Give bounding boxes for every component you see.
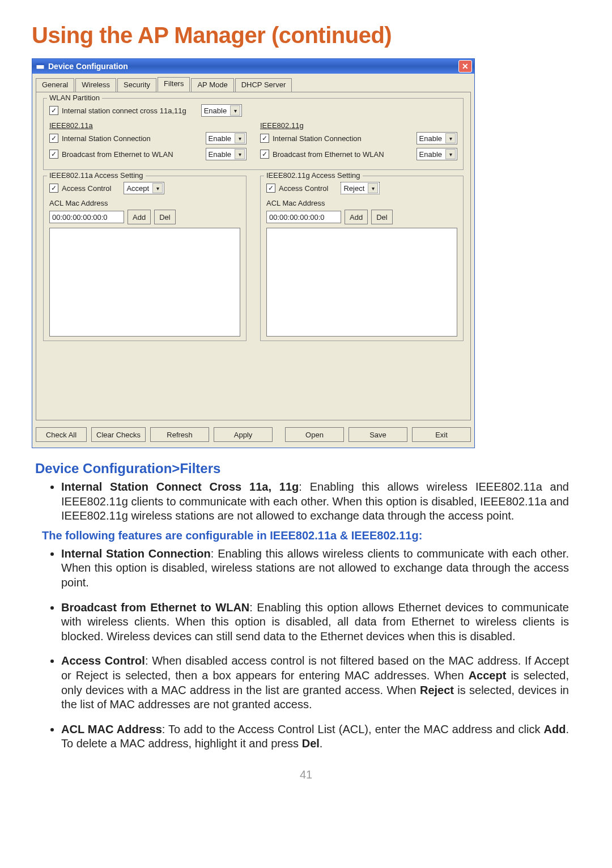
bullet-isc: Internal Station Connection: Enabling th… bbox=[61, 547, 569, 590]
ieee11a-acl-label: ACL Mac Address bbox=[49, 199, 240, 207]
ieee11a-bcast-select[interactable]: Enable▾ bbox=[206, 148, 246, 160]
chevron-down-icon: ▾ bbox=[152, 183, 163, 193]
ieee11g-acl-list[interactable] bbox=[266, 228, 457, 337]
ieee11a-heading: IEEE802.11a bbox=[49, 121, 246, 130]
ieee11g-isc-label: Internal Station Connection bbox=[273, 134, 413, 143]
ieee11g-bcast-select[interactable]: Enable▾ bbox=[416, 148, 457, 160]
ieee11a-acl-input[interactable]: 00:00:00:00:00:0 bbox=[49, 211, 124, 223]
wlan-partition-group: WLAN Partition ✓ Internal station connec… bbox=[43, 98, 464, 170]
chevron-down-icon: ▾ bbox=[230, 105, 240, 116]
bullet-broadcast: Broadcast from Ethernet to WLAN: Enablin… bbox=[61, 601, 569, 644]
ieee11g-access-legend: IEEE802.11g Access Setting bbox=[264, 171, 363, 180]
tab-security[interactable]: Security bbox=[117, 78, 156, 92]
ieee11g-acl-label: ACL Mac Address bbox=[266, 199, 457, 207]
ieee11g-access-checkbox[interactable]: ✓ bbox=[266, 184, 275, 193]
tab-wireless[interactable]: Wireless bbox=[75, 78, 116, 92]
chevron-down-icon: ▾ bbox=[235, 133, 245, 143]
apply-button[interactable]: Apply bbox=[214, 427, 273, 442]
ieee11g-add-button[interactable]: Add bbox=[345, 210, 368, 224]
page-title: Using the AP Manager (continued) bbox=[32, 23, 580, 48]
svg-rect-1 bbox=[36, 63, 44, 65]
note-heading: The following features are configurable … bbox=[42, 529, 580, 542]
ieee11a-add-button[interactable]: Add bbox=[128, 210, 151, 224]
ieee11g-access-select[interactable]: Reject▾ bbox=[341, 182, 380, 194]
device-config-dialog: Device Configuration ✕ General Wireless … bbox=[32, 58, 475, 448]
dialog-title: Device Configuration bbox=[48, 62, 128, 71]
ieee11a-isc-checkbox[interactable]: ✓ bbox=[49, 134, 58, 143]
ieee11g-isc-select[interactable]: Enable▾ bbox=[416, 132, 457, 144]
dialog-titlebar: Device Configuration ✕ bbox=[32, 59, 474, 74]
ieee11g-heading: IEEE802.11g bbox=[260, 121, 457, 130]
clear-checks-button[interactable]: Clear Checks bbox=[91, 427, 146, 442]
ieee11g-del-button[interactable]: Del bbox=[371, 210, 393, 224]
ieee11a-access-group: IEEE802.11a Access Setting ✓ Access Cont… bbox=[43, 176, 246, 341]
ieee11a-bcast-checkbox[interactable]: ✓ bbox=[49, 150, 58, 159]
tab-general[interactable]: General bbox=[36, 78, 74, 92]
check-all-button[interactable]: Check All bbox=[36, 427, 87, 442]
tab-filters[interactable]: Filters bbox=[158, 77, 190, 92]
ieee11g-access-label: Access Control bbox=[279, 184, 328, 193]
tab-dhcp-server[interactable]: DHCP Server bbox=[235, 78, 292, 92]
ieee11a-access-checkbox[interactable]: ✓ bbox=[49, 184, 58, 193]
ieee11g-isc-checkbox[interactable]: ✓ bbox=[260, 134, 269, 143]
cross-label: Internal station connect cross 11a,11g bbox=[62, 107, 186, 115]
dialog-tabstrip: General Wireless Security Filters AP Mod… bbox=[36, 77, 471, 92]
exit-button[interactable]: Exit bbox=[412, 427, 471, 442]
refresh-button[interactable]: Refresh bbox=[150, 427, 209, 442]
ieee11a-access-label: Access Control bbox=[62, 184, 111, 193]
tab-ap-mode[interactable]: AP Mode bbox=[191, 78, 233, 92]
open-button[interactable]: Open bbox=[285, 427, 344, 442]
bullet-access-control: Access Control: When disabled access con… bbox=[61, 654, 569, 712]
wlan-partition-legend: WLAN Partition bbox=[47, 93, 102, 102]
bullet-cross: Internal Station Connect Cross 11a, 11g:… bbox=[61, 480, 569, 524]
window-icon bbox=[36, 62, 45, 71]
ieee11a-isc-label: Internal Station Connection bbox=[62, 134, 202, 143]
ieee11g-bcast-checkbox[interactable]: ✓ bbox=[260, 150, 269, 159]
chevron-down-icon: ▾ bbox=[445, 149, 456, 159]
ieee11g-acl-input[interactable]: 00:00:00:00:00:0 bbox=[266, 211, 341, 223]
ieee11a-access-select[interactable]: Accept▾ bbox=[124, 182, 164, 194]
ieee11a-bcast-label: Broadcast from Ethernet to WLAN bbox=[62, 150, 202, 159]
chevron-down-icon: ▾ bbox=[445, 133, 456, 143]
ieee11a-acl-list[interactable] bbox=[49, 228, 240, 337]
ieee11a-isc-select[interactable]: Enable▾ bbox=[206, 132, 246, 144]
ieee11g-access-group: IEEE802.11g Access Setting ✓ Access Cont… bbox=[260, 176, 464, 341]
page-number: 41 bbox=[32, 768, 580, 781]
ieee11a-del-button[interactable]: Del bbox=[154, 210, 176, 224]
cross-checkbox[interactable]: ✓ bbox=[49, 106, 58, 115]
section-heading: Device Configuration>Filters bbox=[35, 461, 580, 476]
close-icon[interactable]: ✕ bbox=[458, 60, 472, 73]
bullet-acl-mac: ACL MAC Address: To add to the Access Co… bbox=[61, 722, 569, 751]
save-button[interactable]: Save bbox=[348, 427, 407, 442]
ieee11g-bcast-label: Broadcast from Ethernet to WLAN bbox=[273, 150, 413, 159]
chevron-down-icon: ▾ bbox=[235, 149, 245, 159]
ieee11a-access-legend: IEEE802.11a Access Setting bbox=[47, 171, 146, 180]
chevron-down-icon: ▾ bbox=[368, 183, 378, 193]
cross-select[interactable]: Enable▾ bbox=[201, 104, 242, 117]
